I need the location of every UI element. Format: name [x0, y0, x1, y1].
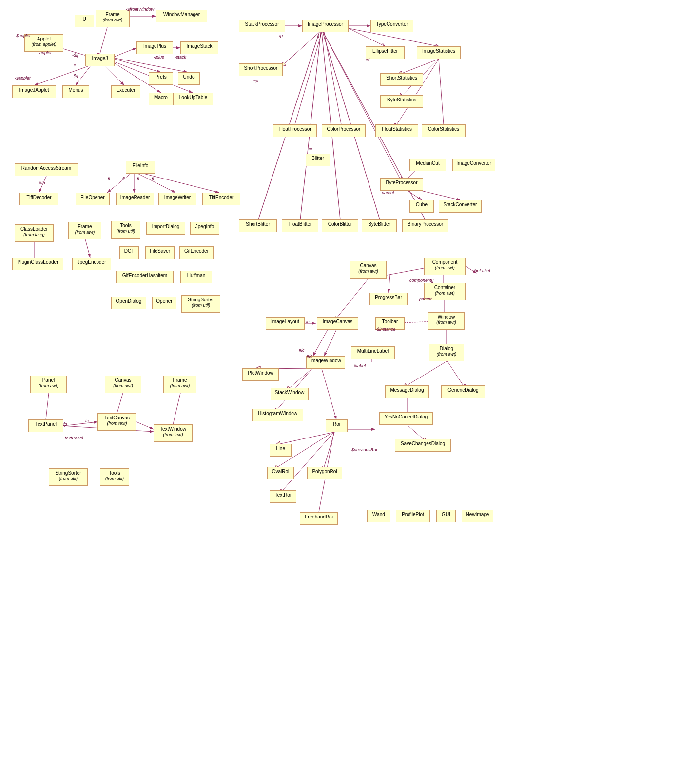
class-name-StackConverter: StackConverter [441, 201, 479, 208]
arrow-label-21: fp [63, 422, 67, 427]
uml-box-StringSorter_util2: StringSorter(from util) [49, 468, 88, 486]
uml-box-OvalRoi: OvalRoi [267, 467, 294, 479]
uml-box-TextRoi: TextRoi [270, 490, 296, 503]
svg-line-21 [285, 32, 319, 63]
class-name-TiffEncoder: TiffEncoder [205, 194, 238, 200]
uml-box-ClassLoader: ClassLoader(from lang) [15, 224, 54, 242]
svg-line-58 [447, 361, 463, 385]
svg-line-67 [63, 422, 97, 426]
class-name-Roi: Roi [328, 421, 345, 427]
class-name-Toolbar: Toolbar [378, 319, 402, 325]
class-sub-Frame_awt2: (from awt) [71, 230, 99, 236]
arrow-label-6: -$ij [72, 73, 78, 78]
class-name-ShortStatistics: ShortStatistics [383, 75, 421, 81]
class-name-Frame_awt3: Frame [166, 377, 194, 383]
arrow-label-17: -fi [136, 177, 139, 181]
class-name-ImageStatistics: ImageStatistics [419, 48, 458, 54]
class-name-ShortBlitter: ShortBlitter [241, 221, 274, 227]
arrow-label-28: parent [419, 297, 432, 301]
class-name-Huffman: Huffman [183, 272, 210, 279]
uml-box-Tools_util: Tools(from util) [111, 221, 140, 239]
uml-box-TextCanvas: TextCanvas(from text) [97, 413, 136, 431]
arrow-label-25: #ic [307, 354, 312, 359]
uml-box-FloatStatistics: FloatStatistics [375, 124, 418, 137]
class-name-NewImage: NewImage [464, 511, 491, 518]
class-name-Prefs: Prefs [151, 74, 171, 80]
uml-box-DCT: DCT [119, 246, 139, 259]
class-name-ProfilePlot: ProfilePlot [398, 511, 428, 518]
class-name-GifEncoder: GifEncoder [182, 248, 211, 254]
arrow-label-30: -theLabel [472, 268, 490, 273]
uml-box-Huffman: Huffman [180, 271, 212, 283]
class-name-Component_awt: Component [427, 259, 463, 265]
arrow-label-14: -parent [380, 190, 394, 195]
uml-box-ImportDialog: ImportDialog [146, 222, 185, 235]
class-name-Wand: Wand [369, 511, 388, 518]
class-name-BinaryProcessor: BinaryProcessor [405, 221, 446, 227]
class-name-PlotWindow: PlotWindow [245, 370, 276, 376]
class-sub-Frame_awt3: (from awt) [166, 383, 194, 389]
class-name-ClassLoader: ClassLoader [17, 226, 51, 232]
arrow-label-1: -$applet [15, 33, 31, 38]
class-sub-TextCanvas: (from text) [100, 421, 134, 427]
arrow-label-26: -$instance [375, 327, 396, 332]
uml-box-ByteProcessor: ByteProcessor [380, 178, 423, 191]
class-name-FileSaver: FileSaver [148, 248, 172, 254]
svg-line-53 [324, 432, 334, 467]
uml-box-Wand: Wand [367, 510, 390, 522]
class-sub-StringSorter_util2: (from util) [51, 476, 85, 482]
uml-box-GUI: GUI [436, 510, 456, 522]
class-name-SaveChangesDialog: SaveChangesDialog [397, 440, 448, 447]
uml-box-MessageDialog: MessageDialog [385, 385, 429, 398]
class-name-WindowManager: WindowManager [158, 11, 205, 18]
class-name-ColorStatistics: ColorStatistics [424, 126, 463, 132]
svg-line-57 [407, 361, 447, 385]
class-name-StackWindow: StackWindow [273, 389, 306, 396]
arrow-label-5: -ij [72, 62, 76, 67]
uml-box-ImagePlus: ImagePlus [136, 41, 173, 54]
arrow-label-31: -$previousRoi [350, 447, 377, 452]
class-name-ColorBlitter: ColorBlitter [324, 221, 356, 227]
svg-line-7 [105, 66, 124, 85]
class-name-Opener: Opener [155, 298, 174, 304]
class-sub-Dialog_awt: (from awt) [431, 352, 462, 358]
uml-box-Frame_awt2: Frame(from awt) [68, 222, 101, 239]
svg-line-18 [144, 174, 219, 193]
arrow-label-4: -$ij [72, 53, 78, 58]
uml-box-StringSorter_util: StringSorter(from util) [181, 295, 220, 313]
uml-box-ColorBlitter: ColorBlitter [322, 219, 358, 232]
uml-box-StackConverter: StackConverter [439, 200, 482, 213]
svg-line-68 [136, 422, 154, 429]
class-name-TextCanvas: TextCanvas [100, 415, 134, 421]
uml-box-JpegInfo: JpegInfo [190, 222, 219, 235]
class-name-FreehandRoi: FreehandRoi [302, 514, 335, 520]
class-name-ProgressBar: ProgressBar [372, 294, 405, 300]
class-name-ImageWriter: ImageWriter [161, 194, 194, 200]
class-sub-Panel_awt: (from awt) [33, 383, 64, 389]
class-sub-Canvas_awt2: (from awt) [107, 383, 139, 389]
uml-box-Component_awt: Component(from awt) [424, 258, 466, 275]
class-name-ColorProcessor: ColorProcessor [324, 126, 363, 132]
class-name-OvalRoi: OvalRoi [270, 468, 292, 475]
arrow-label-3: -$applet [15, 76, 31, 80]
uml-box-PluginClassLoader: PluginClassLoader [12, 258, 63, 270]
arrow-label-10: -ip [316, 33, 321, 38]
class-name-Macro: Macro [151, 94, 171, 100]
svg-line-34 [421, 191, 460, 200]
uml-box-StackProcessor: StackProcessor [239, 20, 285, 32]
class-name-FloatStatistics: FloatStatistics [378, 126, 416, 132]
svg-line-54 [283, 432, 334, 490]
class-name-Dialog_awt: Dialog [431, 345, 462, 352]
uml-box-TextPanel: TextPanel [28, 419, 63, 432]
svg-line-28 [402, 59, 439, 73]
uml-box-PolygonRoi: PolygonRoi [307, 467, 342, 479]
svg-line-11 [112, 58, 188, 72]
uml-box-ImageReader: ImageReader [116, 193, 154, 205]
class-sub-Container_awt: (from awt) [427, 291, 463, 297]
svg-line-64 [46, 393, 49, 419]
class-name-ShortProcessor: ShortProcessor [241, 65, 280, 71]
uml-box-Macro: Macro [149, 93, 173, 105]
class-name-LookUpTable: LookUpTable [175, 94, 211, 100]
svg-line-71 [389, 275, 390, 293]
uml-box-ImageLayout: ImageLayout [266, 317, 305, 330]
